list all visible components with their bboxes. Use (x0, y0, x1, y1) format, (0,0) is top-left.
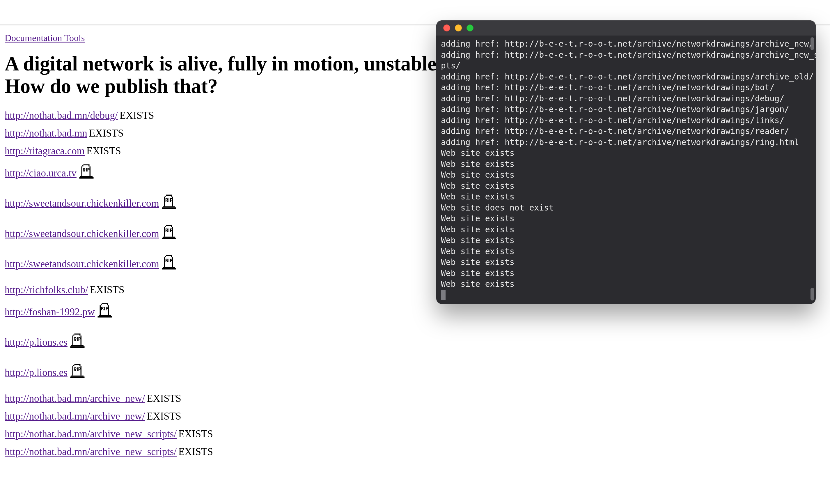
site-link[interactable]: http://p.lions.es (5, 368, 67, 378)
link-row: http://nothat.bad.mn/archive_new_scripts… (5, 447, 825, 457)
status-exists-label: EXISTS (87, 146, 121, 156)
nav-documentation-tools[interactable]: Documentation Tools (5, 33, 85, 43)
terminal-line: pts/ (441, 61, 460, 70)
status-exists-label: EXISTS (147, 411, 181, 421)
terminal-line: Web site exists (441, 257, 514, 267)
rip-tombstone-icon (69, 333, 86, 348)
status-exists-label: EXISTS (147, 393, 181, 404)
terminal-line: Web site exists (441, 148, 514, 158)
terminal-line: adding href: http://b-e-e-t.r-o-o-t.net/… (441, 50, 816, 60)
terminal-line: Web site exists (441, 247, 514, 256)
link-row: http://foshan-1992.pw (5, 303, 825, 317)
site-link[interactable]: http://ritagraca.com (5, 146, 85, 156)
link-row: http://p.lions.es (5, 333, 825, 347)
site-link[interactable]: http://richfolks.club/ (5, 285, 88, 295)
terminal-line: Web site exists (441, 214, 514, 223)
minimize-icon[interactable] (455, 25, 462, 31)
site-link[interactable]: http://sweetandsour.chickenkiller.com (5, 198, 159, 209)
terminal-titlebar[interactable] (436, 20, 816, 35)
zoom-icon[interactable] (467, 25, 474, 31)
terminal-line: Web site exists (441, 235, 514, 245)
status-exists-label: EXISTS (90, 285, 125, 295)
rip-tombstone-icon (161, 224, 177, 240)
terminal-line: adding href: http://b-e-e-t.r-o-o-t.net/… (441, 94, 784, 103)
link-row: http://nothat.bad.mn/archive_new/ EXISTS (5, 393, 825, 404)
terminal-scrollbar-top[interactable] (810, 37, 814, 50)
status-exists-label: EXISTS (179, 447, 213, 457)
site-link[interactable]: http://nothat.bad.mn/debug/ (5, 111, 118, 121)
terminal-line: adding href: http://b-e-e-t.r-o-o-t.net/… (441, 137, 799, 147)
site-link[interactable]: http://nothat.bad.mn/archive_new_scripts… (5, 447, 177, 457)
site-link[interactable]: http://sweetandsour.chickenkiller.com (5, 228, 159, 239)
status-exists-label: EXISTS (89, 128, 124, 138)
terminal-window[interactable]: adding href: http://b-e-e-t.r-o-o-t.net/… (436, 20, 816, 304)
terminal-line: adding href: http://b-e-e-t.r-o-o-t.net/… (441, 116, 784, 125)
site-link[interactable]: http://nothat.bad.mn/archive_new/ (5, 393, 145, 404)
terminal-line: adding href: http://b-e-e-t.r-o-o-t.net/… (441, 72, 814, 82)
link-row: http://nothat.bad.mn/archive_new/ EXISTS (5, 411, 825, 421)
status-exists-label: EXISTS (179, 429, 213, 439)
terminal-scrollbar-bottom[interactable] (810, 288, 814, 301)
link-row: http://p.lions.es (5, 363, 825, 378)
terminal-line: Web site exists (441, 269, 514, 278)
terminal-line: adding href: http://b-e-e-t.r-o-o-t.net/… (441, 126, 789, 136)
rip-tombstone-icon (97, 303, 113, 318)
rip-tombstone-icon (161, 254, 177, 270)
site-link[interactable]: http://sweetandsour.chickenkiller.com (5, 259, 159, 269)
terminal-line: Web site exists (441, 170, 514, 180)
site-link[interactable]: http://ciao.urca.tv (5, 168, 76, 178)
terminal-line: adding href: http://b-e-e-t.r-o-o-t.net/… (441, 104, 789, 114)
site-link[interactable]: http://nothat.bad.mn/archive_new/ (5, 411, 145, 421)
terminal-line: Web site exists (441, 192, 514, 201)
link-row: http://nothat.bad.mn/archive_new_scripts… (5, 429, 825, 439)
terminal-cursor (441, 290, 446, 300)
site-link[interactable]: http://foshan-1992.pw (5, 307, 95, 317)
page-title-line-2: How do we publish that? (5, 75, 218, 97)
terminal-line: Web site exists (441, 225, 514, 234)
site-link[interactable]: http://nothat.bad.mn/archive_new_scripts… (5, 429, 177, 439)
terminal-line: adding href: http://b-e-e-t.r-o-o-t.net/… (441, 39, 814, 49)
terminal-output[interactable]: adding href: http://b-e-e-t.r-o-o-t.net/… (436, 35, 816, 304)
terminal-line: Web site exists (441, 181, 514, 191)
site-link[interactable]: http://nothat.bad.mn (5, 128, 87, 138)
terminal-line: Web site does not exist (441, 203, 554, 213)
rip-tombstone-icon (161, 194, 177, 210)
rip-tombstone-icon (69, 363, 86, 379)
site-link[interactable]: http://p.lions.es (5, 337, 67, 347)
terminal-line: Web site exists (441, 159, 514, 169)
status-exists-label: EXISTS (120, 111, 154, 121)
terminal-line: adding href: http://b-e-e-t.r-o-o-t.net/… (441, 83, 774, 92)
close-icon[interactable] (443, 25, 450, 31)
rip-tombstone-icon (78, 164, 95, 179)
terminal-line: Web site exists (441, 279, 514, 289)
